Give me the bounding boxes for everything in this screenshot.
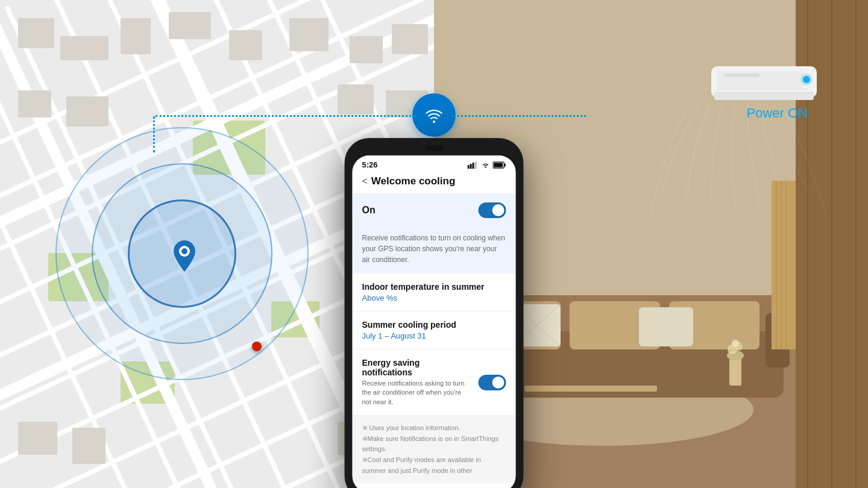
- svg-rect-36: [392, 24, 428, 54]
- footer-note-2: ※Make sure Notifications is on in SmartT…: [362, 434, 506, 455]
- svg-rect-64: [639, 307, 693, 346]
- phone-screen: 5:26: [353, 155, 516, 488]
- wifi-icon-circle: [412, 93, 456, 137]
- svg-rect-42: [72, 428, 105, 464]
- footer-note-1: ※ Uses your location information.: [362, 423, 506, 434]
- svg-rect-34: [289, 18, 329, 51]
- indoor-temp-row[interactable]: Indoor temperature in summer Above %s: [353, 274, 516, 311]
- svg-rect-30: [60, 36, 108, 60]
- svg-rect-32: [169, 12, 211, 39]
- on-label: On: [362, 205, 376, 216]
- svg-rect-76: [714, 92, 814, 100]
- summer-period-row[interactable]: Summer cooling period July 1 – August 31: [353, 311, 516, 349]
- on-toggle-switch[interactable]: [479, 202, 506, 218]
- current-location-dot: [252, 342, 262, 351]
- signal-icon: [468, 161, 479, 169]
- svg-rect-35: [350, 36, 383, 63]
- energy-saving-row: Energy saving notifications Receive noti…: [353, 349, 516, 416]
- dotted-line-vertical: [153, 116, 155, 152]
- summer-period-value: July 1 – August 31: [362, 331, 506, 340]
- wifi-icon: [423, 104, 445, 127]
- svg-rect-84: [473, 163, 474, 169]
- back-title-row: < Welcome cooling: [362, 175, 506, 187]
- main-container: Power ON 5:26: [0, 0, 868, 488]
- summer-period-title: Summer cooling period: [362, 320, 506, 330]
- footer-note-3: ※Cool and Purify modes are available in …: [362, 455, 506, 476]
- svg-rect-33: [229, 30, 262, 60]
- svg-rect-29: [18, 18, 54, 48]
- dotted-line-right: [453, 115, 586, 117]
- status-bar: 5:26: [353, 155, 516, 172]
- svg-point-74: [732, 340, 739, 347]
- energy-saving-description: Receive notifications asking to turn the…: [362, 379, 471, 407]
- on-toggle-row: On: [353, 194, 516, 227]
- svg-point-80: [800, 74, 813, 86]
- indoor-temp-value: Above %s: [362, 293, 506, 302]
- svg-rect-85: [475, 161, 477, 169]
- phone-notch: [425, 146, 443, 151]
- svg-rect-82: [468, 165, 470, 169]
- settings-section: Indoor temperature in summer Above %s Su…: [353, 274, 516, 416]
- svg-rect-88: [494, 163, 503, 167]
- footer-notes: ※ Uses your location information. ※Make …: [353, 416, 516, 483]
- power-on-label: Power ON: [747, 105, 808, 121]
- svg-rect-87: [504, 163, 506, 166]
- notification-description: Receive notifications to turn on cooling…: [353, 227, 516, 274]
- svg-rect-39: [338, 84, 374, 114]
- svg-rect-41: [18, 422, 57, 455]
- phone-mockup: 5:26: [345, 139, 523, 488]
- svg-point-46: [181, 248, 187, 254]
- status-time: 5:26: [362, 160, 378, 169]
- energy-saving-title: Energy saving notifications: [362, 358, 471, 377]
- svg-rect-83: [470, 164, 472, 169]
- svg-rect-65: [524, 386, 657, 392]
- wifi-status-icon: [481, 161, 491, 169]
- svg-rect-37: [18, 90, 51, 117]
- svg-rect-31: [121, 18, 151, 54]
- wifi-icon-container: [412, 93, 456, 137]
- app-header: < Welcome cooling: [353, 172, 516, 194]
- phone-frame: 5:26: [345, 139, 523, 488]
- svg-rect-81: [723, 74, 760, 77]
- status-icons: [468, 161, 506, 169]
- indoor-temp-title: Indoor temperature in summer: [362, 282, 506, 292]
- back-button[interactable]: <: [362, 176, 368, 187]
- screen-title: Welcome cooling: [371, 175, 456, 187]
- battery-icon: [493, 161, 506, 169]
- energy-saving-content: Energy saving notifications Receive noti…: [362, 358, 479, 407]
- svg-rect-38: [66, 96, 108, 127]
- energy-saving-toggle[interactable]: [479, 375, 506, 390]
- air-conditioner: [711, 66, 820, 108]
- dotted-line-left: [156, 115, 415, 117]
- home-pin: [171, 240, 198, 276]
